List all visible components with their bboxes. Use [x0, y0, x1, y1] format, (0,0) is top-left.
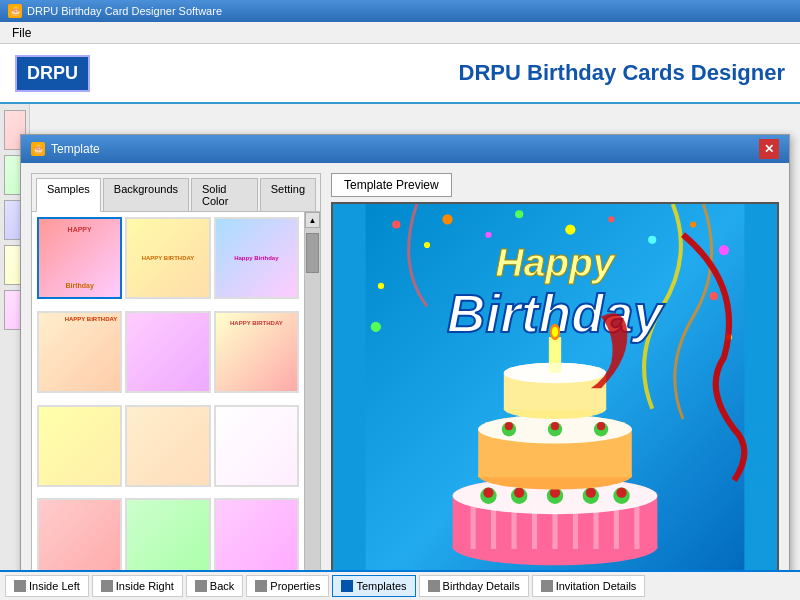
preview-image: Happy Birthday [331, 202, 779, 570]
app-title: DRPU Birthday Card Designer Software [27, 5, 222, 17]
thumb-9[interactable] [214, 405, 299, 487]
thumb-6[interactable]: HAPPY BIRTHDAY [214, 311, 299, 393]
svg-point-7 [608, 216, 614, 222]
thumbnails-area: HAPPY Birthday HAPPY BIRTHDAY Happy Birt… [32, 212, 320, 570]
invitation-details-icon [541, 580, 553, 592]
svg-point-8 [648, 236, 656, 244]
svg-point-58 [504, 363, 606, 383]
tab-solidcolor[interactable]: Solid Color [191, 178, 258, 211]
dialog-close-button[interactable]: ✕ [759, 139, 779, 159]
menu-file[interactable]: File [4, 24, 39, 42]
taskbar-invitation-details[interactable]: Invitation Details [532, 575, 646, 597]
app-window: 🎂 DRPU Birthday Card Designer Software F… [0, 0, 800, 600]
svg-point-57 [552, 327, 558, 337]
taskbar-inside-right[interactable]: Inside Right [92, 575, 183, 597]
main-area: 🎂 Template ✕ Samples Backgrounds Solid C… [0, 104, 800, 570]
app-header: DRPU DRPU Birthday Cards Designer [0, 44, 800, 104]
thumb-3[interactable]: Happy Birthday [214, 217, 299, 299]
properties-icon [255, 580, 267, 592]
svg-point-9 [690, 221, 696, 227]
svg-point-49 [597, 422, 605, 430]
app-icon: 🎂 [8, 4, 22, 18]
thumb-5[interactable] [125, 311, 210, 393]
scroll-track[interactable] [305, 228, 320, 570]
taskbar-birthday-details-label: Birthday Details [443, 580, 520, 592]
birthday-card-svg: Happy Birthday [333, 204, 777, 570]
svg-point-10 [719, 245, 729, 255]
drpu-logo: DRPU [15, 55, 90, 92]
svg-point-11 [378, 283, 384, 289]
thumb-10[interactable] [37, 498, 122, 570]
taskbar-birthday-details[interactable]: Birthday Details [419, 575, 529, 597]
taskbar-templates-label: Templates [356, 580, 406, 592]
svg-point-48 [551, 422, 559, 430]
left-panel: Samples Backgrounds Solid Color Setting … [31, 173, 321, 570]
back-icon [195, 580, 207, 592]
thumb-4[interactable]: HAPPY BIRTHDAY [37, 311, 122, 393]
svg-text:Happy: Happy [496, 241, 617, 284]
svg-point-6 [565, 224, 575, 234]
thumb-8[interactable] [125, 405, 210, 487]
svg-point-38 [586, 488, 596, 498]
thumbnail-scrollbar[interactable]: ▲ ▼ [304, 212, 320, 570]
tabs-row: Samples Backgrounds Solid Color Setting [32, 174, 320, 212]
svg-point-3 [442, 214, 452, 224]
thumb-2[interactable]: HAPPY BIRTHDAY [125, 217, 210, 299]
thumb-7[interactable] [37, 405, 122, 487]
template-dialog: 🎂 Template ✕ Samples Backgrounds Solid C… [20, 134, 790, 570]
taskbar-inside-left-label: Inside Left [29, 580, 80, 592]
taskbar: Inside Left Inside Right Back Properties… [0, 570, 800, 600]
dialog-title: Template [51, 142, 100, 156]
svg-point-4 [485, 232, 491, 238]
svg-point-2 [424, 242, 430, 248]
tab-samples[interactable]: Samples [36, 178, 101, 212]
birthday-details-icon [428, 580, 440, 592]
taskbar-properties[interactable]: Properties [246, 575, 329, 597]
svg-point-35 [483, 488, 493, 498]
templates-icon [341, 580, 353, 592]
dialog-content: Samples Backgrounds Solid Color Setting … [21, 163, 789, 570]
menu-bar: File [0, 22, 800, 44]
thumb-1[interactable]: HAPPY Birthday [37, 217, 122, 299]
svg-point-13 [371, 322, 381, 332]
thumb-12[interactable] [214, 498, 299, 570]
svg-point-47 [505, 422, 513, 430]
tab-setting[interactable]: Setting [260, 178, 316, 211]
right-panel: Template Preview [331, 173, 779, 570]
dialog-icon: 🎂 [31, 142, 45, 156]
taskbar-inside-left[interactable]: Inside Left [5, 575, 89, 597]
scroll-up-btn[interactable]: ▲ [305, 212, 320, 228]
taskbar-invitation-details-label: Invitation Details [556, 580, 637, 592]
svg-point-36 [514, 488, 524, 498]
svg-point-1 [392, 220, 400, 228]
taskbar-properties-label: Properties [270, 580, 320, 592]
app-title-text: DRPU Birthday Cards Designer [459, 60, 785, 86]
tab-backgrounds[interactable]: Backgrounds [103, 178, 189, 211]
taskbar-inside-right-label: Inside Right [116, 580, 174, 592]
thumb-11[interactable] [125, 498, 210, 570]
taskbar-back-label: Back [210, 580, 234, 592]
svg-point-5 [515, 210, 523, 218]
inside-left-icon [14, 580, 26, 592]
thumbnails-grid: HAPPY Birthday HAPPY BIRTHDAY Happy Birt… [32, 212, 304, 570]
svg-point-39 [616, 488, 626, 498]
inside-right-icon [101, 580, 113, 592]
taskbar-back[interactable]: Back [186, 575, 243, 597]
scroll-thumb[interactable] [306, 233, 319, 273]
taskbar-templates[interactable]: Templates [332, 575, 415, 597]
app-titlebar: 🎂 DRPU Birthday Card Designer Software [0, 0, 800, 22]
preview-label: Template Preview [331, 173, 452, 197]
dialog-titlebar: 🎂 Template ✕ [21, 135, 789, 163]
